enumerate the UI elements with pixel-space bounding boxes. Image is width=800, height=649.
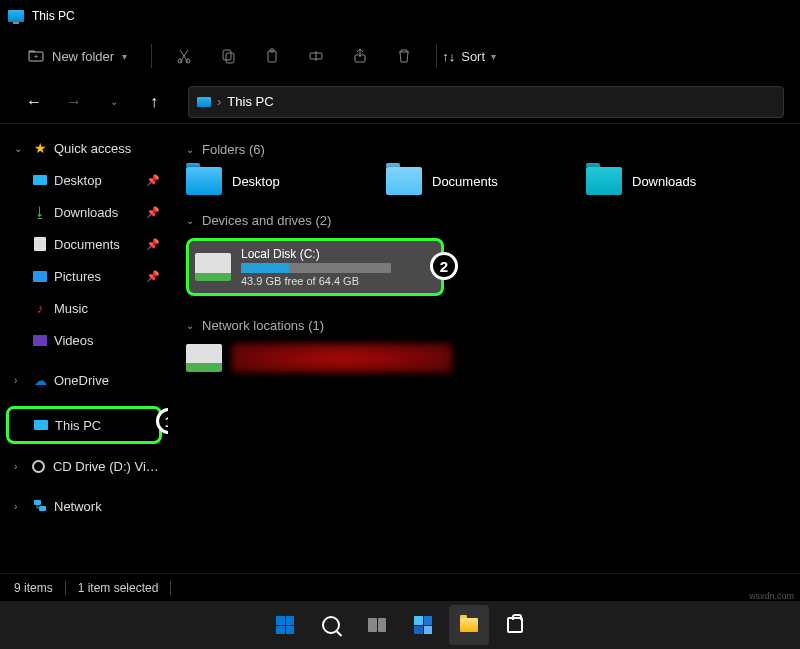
sidebar-item-this-pc[interactable]: This PC <box>9 409 159 441</box>
divider <box>170 581 171 595</box>
sort-icon: ↑↓ <box>442 49 455 64</box>
rename-button[interactable] <box>296 38 336 74</box>
copy-icon <box>220 48 236 64</box>
folder-desktop[interactable]: Desktop <box>186 167 366 195</box>
search-button[interactable] <box>311 605 351 645</box>
main: ⌄ ★ Quick access Desktop 📌 ⭳ Downloads 📌… <box>0 124 800 573</box>
file-explorer-button[interactable] <box>449 605 489 645</box>
sort-label: Sort <box>461 49 485 64</box>
up-button[interactable]: ↑ <box>136 84 172 120</box>
status-selected-count: 1 item selected <box>78 581 159 595</box>
sidebar-item-pictures[interactable]: Pictures 📌 <box>4 260 164 292</box>
svg-rect-12 <box>39 506 46 511</box>
store-button[interactable] <box>495 605 535 645</box>
chevron-right-icon: › <box>14 501 26 512</box>
windows-icon <box>276 616 294 634</box>
folder-icon <box>186 167 222 195</box>
share-button[interactable] <box>340 38 380 74</box>
group-label: Devices and drives (2) <box>202 213 331 228</box>
new-folder-button[interactable]: + New folder ▾ <box>16 38 139 74</box>
group-header-folders[interactable]: ⌄ Folders (6) <box>186 142 782 157</box>
divider <box>151 44 152 68</box>
sidebar-item-music[interactable]: ♪ Music <box>4 292 164 324</box>
sidebar-item-label: Quick access <box>54 141 131 156</box>
sidebar-item-label: Network <box>54 499 102 514</box>
recent-button[interactable]: ⌄ <box>96 84 132 120</box>
svg-text:+: + <box>34 52 39 61</box>
cut-button[interactable] <box>164 38 204 74</box>
paste-button[interactable] <box>252 38 292 74</box>
sidebar-item-label: This PC <box>55 418 101 433</box>
svg-point-2 <box>178 59 182 63</box>
sidebar-item-onedrive[interactable]: › ☁ OneDrive <box>4 364 164 396</box>
chevron-down-icon: ⌄ <box>186 144 194 155</box>
svg-rect-6 <box>268 51 276 62</box>
new-folder-icon: + <box>28 48 44 64</box>
cut-icon <box>176 48 192 64</box>
redacted-label <box>232 343 452 373</box>
sidebar-item-label: Documents <box>54 237 120 252</box>
sidebar-item-documents[interactable]: Documents 📌 <box>4 228 164 260</box>
watermark: wsxdn.com <box>749 591 794 601</box>
taskview-icon <box>368 618 386 632</box>
folder-label: Desktop <box>232 174 280 189</box>
delete-button[interactable] <box>384 38 424 74</box>
taskview-button[interactable] <box>357 605 397 645</box>
network-icon <box>32 498 48 514</box>
sidebar-item-videos[interactable]: Videos <box>4 324 164 356</box>
start-button[interactable] <box>265 605 305 645</box>
sidebar-item-desktop[interactable]: Desktop 📌 <box>4 164 164 196</box>
cloud-icon: ☁ <box>32 372 48 388</box>
back-button[interactable]: ← <box>16 84 52 120</box>
widgets-button[interactable] <box>403 605 443 645</box>
sort-button[interactable]: ↑↓ Sort ▾ <box>449 38 489 74</box>
address-bar[interactable]: › This PC <box>188 86 784 118</box>
forward-button[interactable]: → <box>56 84 92 120</box>
chevron-down-icon: ⌄ <box>186 215 194 226</box>
sidebar-item-cd-drive[interactable]: › CD Drive (D:) Virtual <box>4 450 164 482</box>
store-icon <box>507 617 523 633</box>
sidebar-item-network[interactable]: › Network <box>4 490 164 522</box>
taskbar <box>0 601 800 649</box>
sidebar-item-label: OneDrive <box>54 373 109 388</box>
group-label: Network locations (1) <box>202 318 324 333</box>
sidebar-item-label: Pictures <box>54 269 101 284</box>
cd-icon <box>32 460 45 473</box>
folder-documents[interactable]: Documents <box>386 167 566 195</box>
sidebar-item-label: Music <box>54 301 88 316</box>
chevron-down-icon: ⌄ <box>14 143 26 154</box>
drive-local-disk-c[interactable]: Local Disk (C:) 43.9 GB free of 64.4 GB <box>186 238 444 296</box>
this-pc-icon <box>34 420 48 430</box>
svg-rect-5 <box>226 53 234 63</box>
sidebar-item-label: CD Drive (D:) Virtual <box>53 459 160 474</box>
this-pc-icon <box>197 97 211 107</box>
svg-rect-11 <box>34 500 41 505</box>
pin-icon: 📌 <box>146 238 160 251</box>
drive-icon <box>195 253 231 281</box>
annotation-badge-2: 2 <box>430 252 458 280</box>
folder-icon <box>586 167 622 195</box>
folder-downloads[interactable]: Downloads <box>586 167 766 195</box>
svg-rect-4 <box>223 50 231 60</box>
content-area: ⌄ Folders (6) Desktop Documents Download… <box>168 124 800 573</box>
chevron-right-icon: › <box>14 375 26 386</box>
group-header-drives[interactable]: ⌄ Devices and drives (2) <box>186 213 782 228</box>
sidebar-quick-access[interactable]: ⌄ ★ Quick access <box>4 132 164 164</box>
network-location-item[interactable] <box>186 343 476 373</box>
pin-icon: 📌 <box>146 206 160 219</box>
share-icon <box>352 48 368 64</box>
network-drive-icon <box>186 344 222 372</box>
sidebar-item-downloads[interactable]: ⭳ Downloads 📌 <box>4 196 164 228</box>
group-header-network[interactable]: ⌄ Network locations (1) <box>186 318 782 333</box>
breadcrumb[interactable]: This PC <box>227 94 273 109</box>
this-pc-icon <box>8 10 24 22</box>
sidebar: ⌄ ★ Quick access Desktop 📌 ⭳ Downloads 📌… <box>0 124 168 573</box>
new-folder-label: New folder <box>52 49 114 64</box>
status-item-count: 9 items <box>14 581 53 595</box>
desktop-icon <box>33 175 47 185</box>
folder-icon <box>386 167 422 195</box>
window-title: This PC <box>32 9 75 23</box>
divider <box>65 581 66 595</box>
divider <box>436 44 437 68</box>
copy-button[interactable] <box>208 38 248 74</box>
